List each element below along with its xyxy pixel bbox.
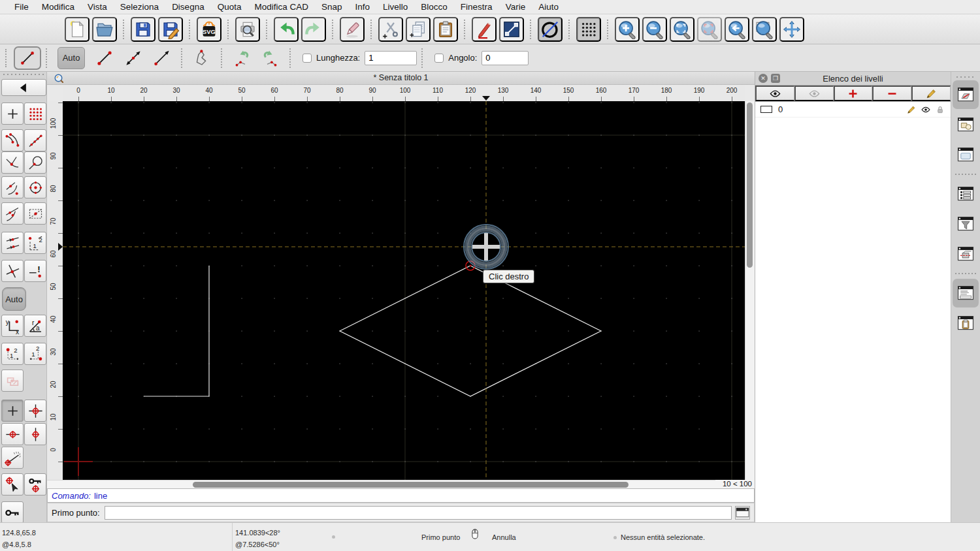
- zoom-previous-button[interactable]: [725, 17, 749, 42]
- dock-library-button[interactable]: [953, 140, 979, 169]
- zoom-in-button[interactable]: [615, 17, 640, 42]
- current-tool-button[interactable]: [14, 46, 41, 70]
- document-titlebar[interactable]: * Senza titolo 1: [47, 72, 755, 85]
- polyline-button[interactable]: [188, 46, 216, 70]
- circle-tool-button[interactable]: [538, 17, 563, 42]
- save-as-button[interactable]: [158, 17, 183, 42]
- grid-toggle-button[interactable]: [576, 17, 601, 42]
- dock-inspector-button[interactable]: [953, 240, 979, 268]
- zoom-window-button[interactable]: [752, 17, 777, 42]
- menu-item-info[interactable]: Info: [349, 2, 377, 12]
- redo-button[interactable]: [301, 17, 326, 42]
- cut-button[interactable]: [378, 17, 403, 42]
- command-window-toggle-button[interactable]: [735, 506, 750, 520]
- line-angle-button[interactable]: [119, 46, 148, 70]
- lock-icon[interactable]: [935, 104, 945, 115]
- hide-all-layers-eye-button[interactable]: [794, 86, 834, 101]
- menu-item-disegna[interactable]: Disegna: [165, 2, 211, 12]
- drawing-canvas[interactable]: Clic destro: [63, 101, 745, 480]
- dock-command-line-button[interactable]: [953, 279, 979, 307]
- set-relative-zero-button[interactable]: [1, 473, 24, 496]
- dock-filter-button[interactable]: [953, 210, 979, 238]
- relative-coords-alt-button[interactable]: 12: [24, 343, 46, 365]
- edit-layer-button[interactable]: [911, 86, 951, 101]
- length-input[interactable]: [365, 51, 417, 65]
- snap-free-crosshair-button[interactable]: [24, 400, 46, 422]
- menu-item-modifica[interactable]: Modifica: [35, 2, 81, 12]
- redo-segment-button[interactable]: [256, 46, 285, 70]
- snap-auto-button[interactable]: Auto: [2, 287, 26, 311]
- delete-button[interactable]: [340, 17, 365, 42]
- print-preview-button[interactable]: [235, 17, 260, 42]
- snap-tangent-lines-button[interactable]: [1, 202, 24, 225]
- remove-layer-button[interactable]: [872, 86, 911, 101]
- snap-nearest-button[interactable]: [1, 232, 24, 254]
- menu-item-vista[interactable]: Vista: [81, 2, 114, 12]
- dock-property-list-button[interactable]: [953, 180, 979, 208]
- menu-item-finestra[interactable]: Finestra: [454, 2, 499, 12]
- dock-clipboard-button[interactable]: [953, 309, 979, 338]
- free-snap-plus-button[interactable]: [1, 102, 24, 125]
- menu-item-file[interactable]: File: [8, 2, 35, 12]
- layer-row[interactable]: 0: [755, 102, 951, 118]
- restrict-ortho-disabled-button[interactable]: [1, 370, 24, 392]
- undo-segment-button[interactable]: [227, 46, 256, 70]
- menu-item-modifica-cad[interactable]: Modifica CAD: [248, 2, 315, 12]
- vertical-scrollbar-thumb[interactable]: [747, 102, 753, 268]
- eye-open-icon[interactable]: [921, 104, 931, 115]
- menu-item-livello[interactable]: Livello: [376, 2, 414, 12]
- coord-polar-button[interactable]: ra: [24, 315, 46, 337]
- edit-layer-icon[interactable]: [906, 104, 917, 115]
- open-file-button[interactable]: [92, 17, 117, 42]
- restrict-horizontal-button[interactable]: [1, 423, 24, 445]
- menu-item-seleziona[interactable]: Seleziona: [114, 2, 165, 12]
- vertical-scrollbar[interactable]: [745, 101, 755, 480]
- coord-cartesian-button[interactable]: yx: [1, 315, 24, 337]
- palette-drag-handle[interactable]: [3, 74, 44, 75]
- length-checkbox[interactable]: [302, 54, 312, 63]
- add-layer-button[interactable]: [834, 86, 873, 101]
- draw-pencil-button[interactable]: [472, 17, 497, 42]
- save-button[interactable]: [131, 17, 155, 42]
- palette-back-button[interactable]: [1, 79, 46, 96]
- paste-button[interactable]: [433, 17, 458, 42]
- auto-line-mode-button[interactable]: Auto: [57, 47, 85, 69]
- new-document-button[interactable]: [65, 17, 90, 42]
- angle-checkbox[interactable]: [434, 54, 444, 63]
- snap-center-button[interactable]: [24, 176, 46, 198]
- snap-circle-button[interactable]: [24, 151, 46, 174]
- snap-endpoints-button[interactable]: [1, 129, 24, 151]
- dock-block-list-button[interactable]: [953, 110, 979, 139]
- snap-grid-button[interactable]: [24, 102, 46, 125]
- snap-intersection-button[interactable]: [1, 260, 24, 282]
- line-horizontal-button[interactable]: [148, 46, 176, 70]
- command-input[interactable]: [105, 506, 732, 520]
- restrict-vertical-button[interactable]: [24, 423, 46, 445]
- snap-on-entity-button[interactable]: [24, 129, 46, 151]
- relative-coords-button[interactable]: 12: [1, 343, 24, 365]
- horizontal-scrollbar[interactable]: [47, 480, 715, 488]
- menu-item-aiuto[interactable]: Aiuto: [532, 2, 565, 12]
- snap-intersection-manual-button[interactable]: !: [24, 260, 46, 282]
- key-button[interactable]: [1, 501, 24, 524]
- undo-button[interactable]: [274, 17, 299, 42]
- svg-export-button[interactable]: SVG: [197, 17, 221, 42]
- restrict-nothing-button[interactable]: [1, 400, 24, 422]
- line-tool-button[interactable]: [499, 17, 524, 42]
- strip-drag-handle[interactable]: [956, 76, 975, 78]
- lock-relative-zero-button[interactable]: [24, 473, 46, 496]
- zoom-auto-button[interactable]: [670, 17, 694, 42]
- menu-item-snap[interactable]: Snap: [315, 2, 349, 12]
- zoom-out-button[interactable]: [642, 17, 667, 42]
- panel-close-icon[interactable]: ✕: [759, 74, 768, 83]
- angle-input[interactable]: [482, 51, 529, 65]
- menu-item-quota[interactable]: Quota: [211, 2, 248, 12]
- panel-float-icon[interactable]: ❐: [771, 74, 780, 83]
- snap-tangent-button[interactable]: [1, 176, 24, 198]
- snap-distance-button[interactable]: 12: [24, 232, 46, 254]
- snap-intersection-auto-button[interactable]: [1, 151, 24, 174]
- pan-button[interactable]: [779, 17, 804, 42]
- angle-gauge-button[interactable]: [1, 447, 24, 469]
- menu-item-varie[interactable]: Varie: [499, 2, 532, 12]
- dock-layer-list-button[interactable]: [953, 80, 979, 109]
